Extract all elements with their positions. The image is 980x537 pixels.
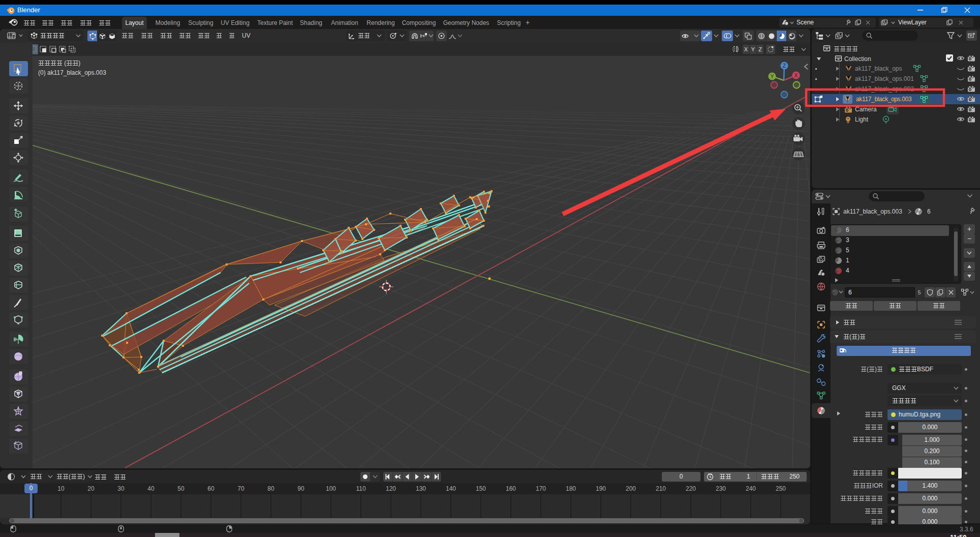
svg-text:210: 210 — [656, 485, 666, 492]
svg-text:50: 50 — [177, 485, 185, 492]
svg-text:190: 190 — [596, 485, 606, 492]
svg-text:250: 250 — [776, 485, 786, 492]
svg-text:180: 180 — [566, 485, 576, 492]
svg-text:150: 150 — [476, 485, 486, 492]
svg-text:Z: Z — [783, 63, 786, 69]
svg-text:240: 240 — [746, 485, 756, 492]
svg-text:70: 70 — [237, 485, 244, 492]
svg-text:90: 90 — [297, 485, 304, 492]
svg-text:130: 130 — [416, 485, 426, 492]
svg-text:60: 60 — [207, 485, 215, 492]
svg-text:30: 30 — [117, 485, 125, 492]
svg-text:X: X — [794, 73, 798, 78]
svg-text:40: 40 — [147, 485, 155, 492]
svg-text:140: 140 — [446, 485, 456, 492]
svg-text:220: 220 — [686, 485, 696, 492]
svg-text:20: 20 — [87, 485, 95, 492]
svg-text:100: 100 — [326, 485, 336, 492]
svg-text:110: 110 — [356, 485, 365, 492]
svg-text:160: 160 — [506, 485, 516, 492]
svg-text:170: 170 — [536, 485, 546, 492]
svg-text:80: 80 — [267, 485, 274, 492]
svg-text:10: 10 — [57, 485, 65, 492]
svg-text:230: 230 — [716, 485, 726, 492]
svg-text:200: 200 — [626, 485, 636, 492]
svg-text:Y: Y — [771, 74, 774, 79]
svg-text:120: 120 — [386, 485, 396, 492]
